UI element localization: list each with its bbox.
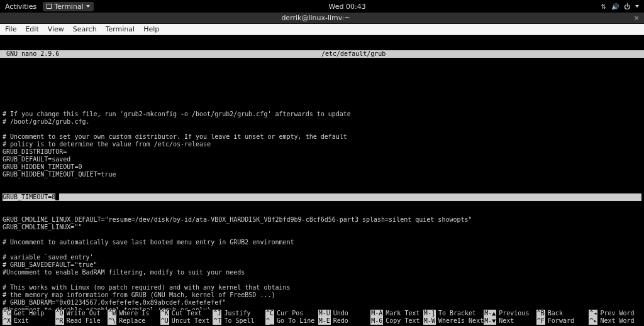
editor-line: # If you change this file, run 'grub2-mk…	[3, 111, 641, 118]
active-app-label: Terminal	[54, 3, 84, 11]
shortcut-key: ^\	[108, 317, 116, 325]
power-icon: ⏻	[624, 3, 630, 10]
shortcut-label: Mark Text	[386, 310, 419, 317]
shortcut-label: Cur Pos	[277, 310, 303, 317]
shortcut-label: Redo	[333, 317, 348, 325]
clock[interactable]: Wed 00:43	[94, 3, 601, 11]
shortcut-group: M-AMark TextM-6Copy Text	[370, 310, 423, 325]
shortcut-label: Read File	[67, 317, 101, 325]
shortcut-group: M-▲PreviousM-▼Next	[484, 310, 536, 325]
editor-line: GRUB_DEFAULT=saved	[3, 156, 641, 163]
nano-version: GNU nano 2.9.6	[0, 50, 63, 58]
menu-search[interactable]: Search	[73, 25, 97, 33]
volume-icon: 🔊	[611, 3, 619, 10]
shortcut-key: ^R	[55, 317, 64, 325]
shortcut-label: Back	[548, 310, 563, 317]
shortcut-key: M-6	[370, 317, 383, 325]
terminal-viewport[interactable]: GNU nano 2.9.6 /etc/default/grub # If yo…	[0, 35, 644, 326]
editor-line: GRUB_DISTRIBUTOR=	[3, 148, 641, 156]
shortcut-key: M-U	[318, 310, 331, 317]
close-button[interactable]: ×	[631, 14, 641, 22]
terminal-menubar: File Edit View Search Terminal Help	[0, 24, 644, 35]
editor-line	[3, 276, 641, 284]
editor-line: # GRUB_BADRAM="0x01234567,0xfefefefe,0x8…	[3, 299, 641, 307]
shortcut-group: ^JJustify^TTo Spell	[213, 310, 265, 325]
editor-line: # Uncomment to set your own custom distr…	[3, 133, 641, 141]
editor-line: # Uncomment to automatically save last b…	[3, 239, 641, 246]
shortcut-group: ^CCur Pos^_Go To Line	[265, 310, 318, 325]
nano-filename: /etc/default/grub	[321, 50, 386, 58]
nano-header: GNU nano 2.9.6 /etc/default/grub	[0, 50, 644, 58]
terminal-app-icon	[47, 4, 52, 9]
editor-content[interactable]: # If you change this file, run 'grub2-mk…	[0, 73, 644, 326]
shortcut-group: ^BBack^FForward	[536, 310, 589, 325]
editor-line: GRUB_CMDLINE_LINUX=""	[3, 224, 641, 231]
menu-edit[interactable]: Edit	[25, 25, 38, 33]
editor-line: GRUB_HIDDEN_TIMEOUT=0	[3, 163, 641, 171]
shortcut-group: ^GGet Help^XExit	[3, 310, 55, 325]
editor-highlighted-line: GRUB_TIMEOUT=8	[3, 193, 55, 200]
shortcut-key: ^C	[265, 310, 274, 317]
menu-view[interactable]: View	[48, 25, 64, 33]
shortcut-key: ^K	[160, 310, 169, 317]
editor-line	[3, 126, 641, 133]
shortcut-key: M-▲	[484, 310, 496, 317]
shortcut-group: ^OWrite Out^RRead File	[55, 310, 108, 325]
editor-line: GRUB_HIDDEN_TIMEOUT_QUIET=true	[3, 171, 641, 178]
system-tray[interactable]: ⇅ 🔊 ⏻	[601, 3, 639, 10]
editor-line: # This works with Linux (no patch requir…	[3, 284, 641, 291]
editor-line	[3, 246, 641, 254]
editor-line: # the memory map information from GRUB (…	[3, 291, 641, 299]
shortcut-label: Uncut Text	[172, 317, 209, 325]
activities-button[interactable]: Activities	[5, 3, 36, 11]
shortcut-label: To Bracket	[438, 310, 476, 317]
shortcut-label: Exit	[14, 317, 29, 325]
editor-line: # policy is to determine the value from …	[3, 141, 641, 148]
shortcut-label: To Spell	[224, 317, 254, 325]
shortcut-group: M-]To BracketM-WWhereIs Next	[423, 310, 484, 325]
menu-file[interactable]: File	[5, 25, 16, 33]
shortcut-label: Cut Text	[172, 310, 202, 317]
shortcut-key: M-W	[423, 317, 436, 325]
shortcut-key: M-]	[423, 310, 436, 317]
shortcut-label: Prev Word	[600, 310, 634, 317]
shortcut-label: Go To Line	[277, 317, 314, 325]
editor-line	[3, 231, 641, 239]
window-titlebar: derrik@linux-limv:~ ×	[0, 13, 644, 24]
shortcut-label: Copy Text	[386, 317, 419, 325]
network-icon: ⇅	[601, 3, 606, 10]
shortcut-label: Where Is	[119, 310, 149, 317]
shortcut-label: Forward	[548, 317, 574, 325]
shortcut-label: Write Out	[67, 310, 101, 317]
shortcut-key: ^G	[3, 310, 11, 317]
shortcut-key: ^▸	[589, 317, 597, 325]
active-app-indicator[interactable]: Terminal	[43, 2, 94, 11]
shortcut-key: ^J	[213, 310, 221, 317]
nano-shortcut-bar: ^GGet Help^XExit^OWrite Out^RRead File^W…	[0, 310, 644, 326]
shortcut-group: ^WWhere Is^\Replace	[108, 310, 160, 325]
shortcut-label: Justify	[224, 310, 250, 317]
shortcut-label: Next Word	[600, 317, 634, 325]
shortcut-key: ^F	[536, 317, 545, 325]
shortcut-label: Next	[499, 317, 514, 325]
menu-terminal[interactable]: Terminal	[106, 25, 135, 33]
chevron-down-icon	[635, 5, 639, 8]
shortcut-group: M-UUndoM-ERedo	[318, 310, 371, 325]
editor-line: GRUB_CMDLINE_LINUX_DEFAULT="resume=/dev/…	[3, 216, 641, 224]
shortcut-key: ^◂	[589, 310, 597, 317]
shortcut-key: ^T	[213, 317, 221, 325]
window-title: derrik@linux-limv:~	[0, 14, 631, 22]
shortcut-label: Replace	[119, 317, 145, 325]
shortcut-label: Get Help	[14, 310, 44, 317]
menu-help[interactable]: Help	[143, 25, 159, 33]
shortcut-group: ^KCut Text^UUncut Text	[160, 310, 213, 325]
shortcut-group: ^◂Prev Word^▸Next Word	[589, 310, 641, 325]
editor-line: # variable `saved_entry'	[3, 254, 641, 261]
shortcut-label: WhereIs Next	[438, 317, 484, 325]
shortcut-key: M-E	[318, 317, 331, 325]
shortcut-key: ^W	[108, 310, 116, 317]
gnome-topbar: Activities Terminal Wed 00:43 ⇅ 🔊 ⏻	[0, 0, 644, 13]
shortcut-key: M-A	[370, 310, 383, 317]
shortcut-label: Previous	[499, 310, 529, 317]
editor-line: # GRUB_SAVEDEFAULT="true"	[3, 261, 641, 269]
